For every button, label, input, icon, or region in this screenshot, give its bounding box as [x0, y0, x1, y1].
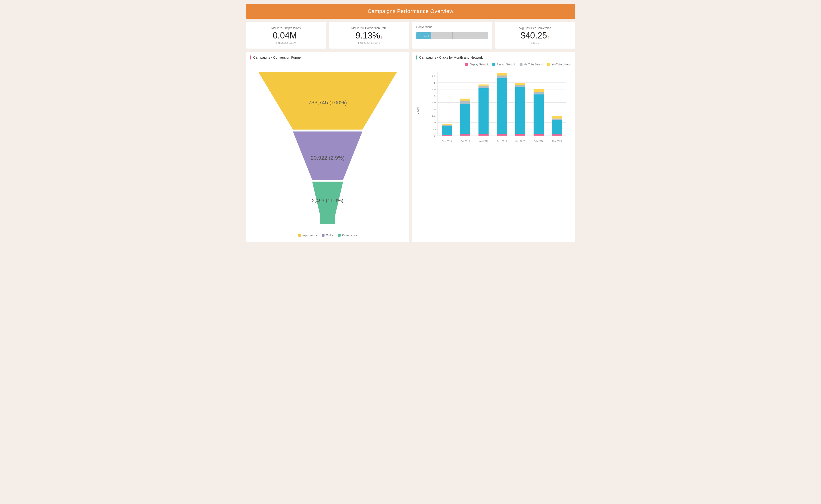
conversions-bar-marker [452, 32, 453, 39]
svg-rect-30 [479, 134, 489, 136]
svg-rect-45 [534, 134, 544, 136]
svg-rect-51 [552, 120, 562, 134]
svg-text:1.5K: 1.5K [432, 114, 437, 117]
funnel-legend-impressions: Impressions [298, 234, 317, 237]
funnel-legend: Impressions Clicks Conversions [298, 234, 357, 237]
avg-cost-value: $40.25↑ [521, 31, 550, 40]
svg-rect-28 [460, 99, 470, 101]
svg-rect-32 [479, 86, 489, 88]
svg-text:2K: 2K [434, 108, 437, 111]
conversions-bar-container: 122 [417, 32, 488, 39]
conv-rate-value: 9.13%↓ [355, 31, 382, 40]
svg-rect-46 [534, 94, 544, 134]
legend-search-network: Search Network [493, 63, 516, 66]
svg-rect-41 [515, 87, 525, 134]
youtube-videos-dot [547, 63, 550, 66]
conversions-legend-dot [338, 234, 340, 237]
conversions-bar-fill: 122 [417, 32, 431, 39]
avg-cost-arrow: ↑ [547, 34, 550, 39]
svg-rect-50 [552, 134, 562, 136]
funnel-label-2: 20,922 (2.9%) [310, 155, 344, 161]
dashboard-container: Campaigns Performance Overview Mar 2020:… [242, 0, 579, 246]
legend-youtube-search: YouTube Search [520, 63, 544, 66]
svg-text:Dec 2019: Dec 2019 [497, 140, 507, 142]
funnel-legend-clicks: Clicks [321, 234, 333, 237]
svg-rect-52 [552, 119, 562, 120]
conversions-bar-wrapper: 122 [417, 32, 488, 39]
funnel-base [320, 214, 335, 224]
svg-text:3K: 3K [434, 95, 437, 97]
kpi-impressions: Mar 2020: Impressions 0.04M↓ Feb 2020: 0… [246, 22, 326, 49]
youtube-search-label: YouTube Search [524, 63, 544, 66]
svg-rect-31 [479, 88, 489, 134]
bar-chart-area: Clicks 0K5001K1.5K2K2.5K3K3.5K4K4.5KSep … [417, 68, 571, 153]
legend-display-network: Display Network [465, 63, 489, 66]
bar-chart-legend: Display Network Search Network YouTube S… [417, 63, 571, 66]
svg-text:1K: 1K [434, 121, 437, 124]
svg-rect-33 [479, 84, 489, 85]
svg-text:3.5K: 3.5K [432, 88, 437, 91]
svg-text:4K: 4K [434, 82, 437, 84]
display-network-dot [465, 63, 468, 66]
kpi-row: Mar 2020: Impressions 0.04M↓ Feb 2020: 0… [246, 22, 575, 49]
impressions-sub: Feb 2020: 0.11M [276, 41, 296, 44]
svg-rect-27 [460, 101, 470, 104]
kpi-avg-cost: Avg Cost Per Conversion $40.25↑ $33.10 [495, 22, 575, 49]
impressions-label: Mar 2020: Impressions [271, 26, 301, 30]
svg-rect-25 [460, 134, 470, 136]
funnel-container: 733,745 (100%) 20,922 (2.9%) 2,493 (11.9… [250, 63, 405, 239]
bar-chart-title: Campaigns - Clicks by Month and Network [417, 55, 571, 60]
svg-rect-40 [515, 134, 525, 136]
svg-text:4.5K: 4.5K [432, 75, 437, 77]
impressions-arrow: ↓ [297, 34, 299, 39]
conversions-bar-label: 122 [424, 34, 429, 38]
svg-text:2.5K: 2.5K [432, 101, 437, 104]
funnel-chart-card: Campaigns - Conversion Funnel 733,745 (1… [246, 52, 409, 242]
impressions-value: 0.04M↓ [273, 31, 299, 40]
svg-rect-23 [442, 124, 452, 125]
charts-row: Campaigns - Conversion Funnel 733,745 (1… [246, 52, 575, 242]
impressions-legend-dot [298, 234, 301, 237]
legend-youtube-videos: YouTube Videos [547, 63, 571, 66]
kpi-conversion-rate: Mar 2020: Conversion Rate 9.13%↓ Feb 202… [329, 22, 409, 49]
funnel-label-1: 733,745 (100%) [308, 100, 347, 106]
svg-text:Oct 2019: Oct 2019 [461, 140, 470, 142]
svg-text:Feb 2020: Feb 2020 [534, 140, 544, 142]
svg-rect-21 [442, 126, 452, 135]
svg-rect-26 [460, 104, 470, 134]
svg-rect-36 [497, 78, 507, 134]
conv-rate-arrow: ↓ [380, 34, 382, 39]
svg-text:Jan 2020: Jan 2020 [516, 140, 525, 142]
funnel-legend-conversions: Conversions [338, 234, 357, 237]
bar-chart-svg: 0K5001K1.5K2K2.5K3K3.5K4K4.5KSep 2019Oct… [427, 68, 571, 145]
search-network-label: Search Network [497, 63, 516, 66]
y-axis-label: Clicks [416, 107, 419, 114]
funnel-title-bar [250, 55, 251, 60]
bar-title-bar [417, 55, 418, 60]
svg-rect-38 [497, 73, 507, 76]
conversions-legend-label: Conversions [342, 234, 357, 237]
svg-rect-47 [534, 92, 544, 94]
kpi-conversions: Conversions 122 [412, 22, 492, 49]
impressions-legend-label: Impressions [302, 234, 317, 237]
youtube-search-dot [520, 63, 523, 66]
svg-rect-48 [534, 89, 544, 92]
svg-text:Nov 2019: Nov 2019 [479, 140, 488, 142]
avg-cost-sub: $33.10 [531, 41, 539, 44]
avg-cost-label: Avg Cost Per Conversion [519, 26, 551, 30]
conv-rate-sub: Feb 2020: 11.61% [358, 41, 380, 44]
funnel-label-3: 2,493 (11.9%) [312, 198, 343, 203]
svg-rect-35 [497, 134, 507, 136]
search-network-dot [493, 63, 495, 66]
svg-text:0K: 0K [434, 134, 437, 137]
youtube-videos-label: YouTube Videos [552, 63, 571, 66]
svg-rect-37 [497, 76, 507, 78]
conv-rate-label: Mar 2020: Conversion Rate [351, 26, 387, 30]
svg-rect-22 [442, 125, 452, 126]
funnel-chart-title: Campaigns - Conversion Funnel [250, 55, 405, 60]
bar-chart-card: Campaigns - Clicks by Month and Network … [412, 52, 575, 242]
svg-rect-43 [515, 83, 525, 85]
svg-rect-53 [552, 116, 562, 119]
clicks-legend-label: Clicks [326, 234, 333, 237]
display-network-label: Display Network [470, 63, 489, 66]
